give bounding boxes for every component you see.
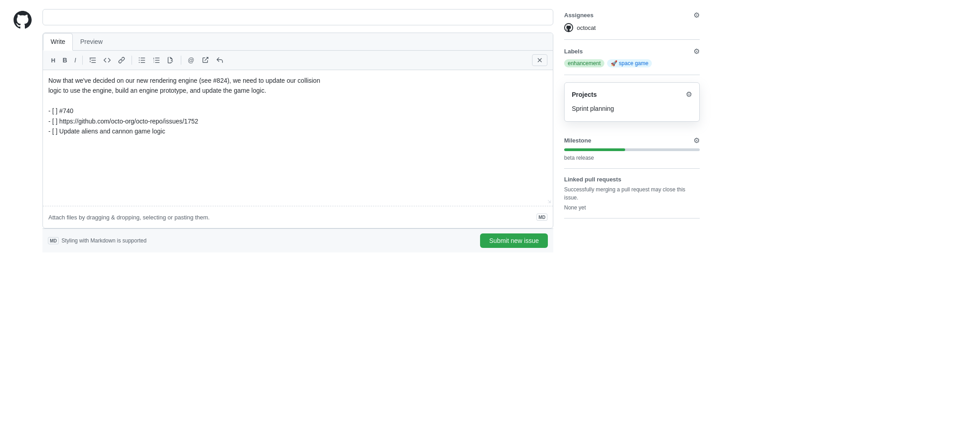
assignee-avatar xyxy=(564,23,573,32)
labels-title: Labels xyxy=(564,48,583,55)
projects-section-wrapper: Projects ⚙ Sprint planning xyxy=(564,82,700,122)
tab-write[interactable]: Write xyxy=(43,33,73,51)
projects-gear-icon[interactable]: ⚙ xyxy=(686,90,692,99)
expand-editor-button[interactable] xyxy=(532,54,547,66)
assignees-section: Assignees ⚙ octocat xyxy=(564,11,700,40)
link-button[interactable] xyxy=(115,55,128,66)
sidebar: Assignees ⚙ octocat Labels ⚙ enhancement… xyxy=(564,9,700,428)
submit-issue-button[interactable]: Submit new issue xyxy=(480,233,548,248)
label-enhancement: enhancement xyxy=(564,59,604,67)
milestone-gear-icon[interactable]: ⚙ xyxy=(693,136,700,145)
markdown-info: MD Styling with Markdown is supported xyxy=(48,237,146,244)
labels-container: enhancement 🚀 space game xyxy=(564,59,700,67)
toolbar-separator-2 xyxy=(132,56,132,65)
quote-button[interactable] xyxy=(86,55,99,66)
code-button[interactable] xyxy=(101,55,113,66)
resize-handle: ⇲ xyxy=(547,199,551,204)
reference-button[interactable] xyxy=(199,55,212,66)
editor-footer: MD Styling with Markdown is supported Su… xyxy=(42,228,553,252)
linked-pr-title: Linked pull requests xyxy=(564,176,700,183)
milestone-title: Milestone xyxy=(564,137,591,144)
markdown-label: Styling with Markdown is supported xyxy=(61,238,146,244)
toolbar-separator-1 xyxy=(82,56,83,65)
markdown-icon-attach: MD xyxy=(537,214,547,221)
italic-button[interactable]: I xyxy=(72,55,79,66)
labels-gear-icon[interactable]: ⚙ xyxy=(693,47,700,56)
project-item-sprint: Sprint planning xyxy=(572,103,692,114)
assignee-name: octocat xyxy=(577,24,596,31)
editor-text: Now that we've decided on our new render… xyxy=(48,76,547,136)
projects-popup-title: Projects xyxy=(572,91,597,98)
projects-popup-header: Projects ⚙ xyxy=(572,90,692,99)
markdown-icon-footer: MD xyxy=(48,237,59,244)
milestone-header: Milestone ⚙ xyxy=(564,136,700,145)
attach-area: Attach files by dragging & dropping, sel… xyxy=(43,206,553,228)
labels-section: Labels ⚙ enhancement 🚀 space game xyxy=(564,40,700,75)
labels-header: Labels ⚙ xyxy=(564,47,700,56)
milestone-section: Milestone ⚙ beta release xyxy=(564,129,700,169)
toolbar-separator-3 xyxy=(181,56,181,65)
github-logo xyxy=(14,9,32,428)
assignees-header: Assignees ⚙ xyxy=(564,11,700,19)
editor-body[interactable]: Now that we've decided on our new render… xyxy=(43,70,553,206)
linked-pr-section: Linked pull requests Successfully mergin… xyxy=(564,169,700,218)
issue-title-input[interactable]: Update game to use new rendering engine xyxy=(42,9,553,25)
task-list-button[interactable] xyxy=(165,55,177,66)
bold-button[interactable]: B xyxy=(60,55,70,66)
mention-button[interactable]: @ xyxy=(185,55,197,66)
heading-button[interactable]: H xyxy=(48,55,58,66)
assignees-title: Assignees xyxy=(564,12,594,19)
editor-toolbar: H B I xyxy=(43,51,553,70)
linked-pr-desc: Successfully merging a pull request may … xyxy=(564,185,700,202)
unordered-list-button[interactable] xyxy=(136,55,148,66)
milestone-name: beta release xyxy=(564,155,594,161)
assignees-gear-icon[interactable]: ⚙ xyxy=(693,11,700,19)
projects-popup: Projects ⚙ Sprint planning xyxy=(564,82,700,122)
editor-container: Write Preview H B I xyxy=(42,33,553,228)
attach-placeholder-text: Attach files by dragging & dropping, sel… xyxy=(48,214,210,221)
tab-preview[interactable]: Preview xyxy=(73,33,110,50)
none-yet-text: None yet xyxy=(564,204,700,211)
assignee-row: octocat xyxy=(564,23,700,32)
ordered-list-button[interactable] xyxy=(150,55,163,66)
milestone-progress-bar-bg xyxy=(564,148,700,151)
milestone-progress-bar-fill xyxy=(564,148,625,151)
editor-tabs: Write Preview xyxy=(43,33,553,51)
reply-button[interactable] xyxy=(213,55,226,66)
main-content: Update game to use new rendering engine … xyxy=(42,9,553,428)
label-space-game: 🚀 space game xyxy=(607,59,652,67)
